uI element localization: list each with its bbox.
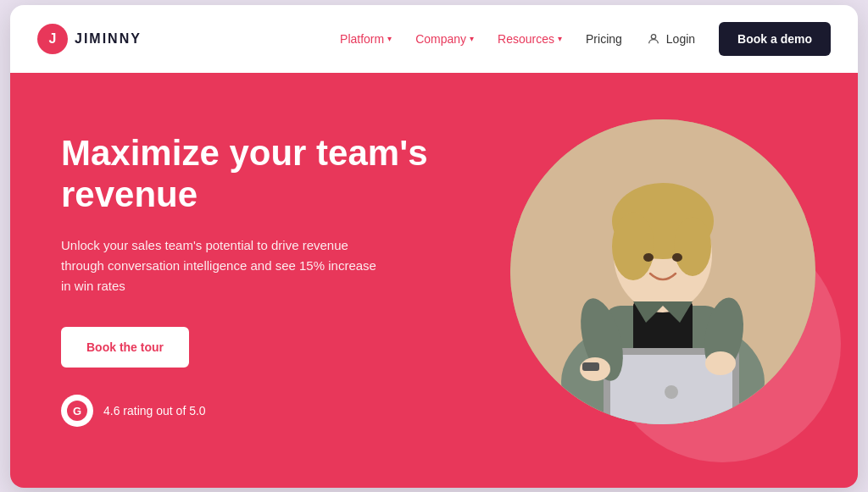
hero-rating: G 4.6 rating out of 5.0	[61, 395, 468, 427]
hero-image	[502, 119, 824, 441]
nav-item-pricing[interactable]: Pricing	[586, 32, 622, 46]
logo-icon: J	[37, 24, 68, 54]
navbar: J JIMINNY Platform ▾ Company ▾ Resources…	[10, 5, 858, 73]
chevron-down-icon: ▾	[558, 34, 562, 43]
logo[interactable]: J JIMINNY	[37, 24, 142, 54]
svg-point-9	[612, 213, 654, 280]
svg-rect-21	[582, 362, 599, 371]
user-icon	[646, 31, 661, 47]
hero-section: Maximize your team's revenue Unlock your…	[10, 73, 858, 488]
g2-logo: G	[61, 395, 93, 427]
svg-point-20	[705, 351, 736, 375]
chevron-down-icon: ▾	[387, 34, 392, 43]
svg-point-11	[643, 253, 654, 262]
rating-text: 4.6 rating out of 5.0	[103, 404, 206, 417]
book-tour-button[interactable]: Book the tour	[61, 327, 189, 368]
svg-point-12	[672, 253, 682, 262]
nav-item-platform[interactable]: Platform ▾	[340, 32, 392, 46]
svg-text:G: G	[73, 405, 81, 417]
nav-item-resources[interactable]: Resources ▾	[498, 32, 562, 46]
chevron-down-icon: ▾	[470, 34, 474, 43]
svg-point-16	[665, 385, 678, 399]
nav-login-button[interactable]: Login	[646, 31, 695, 47]
hero-content: Maximize your team's revenue Unlock your…	[61, 133, 468, 427]
svg-point-0	[651, 34, 655, 38]
page-wrapper: J JIMINNY Platform ▾ Company ▾ Resources…	[10, 5, 858, 488]
hero-person-circle	[510, 119, 815, 424]
svg-point-10	[674, 217, 711, 276]
nav-item-company[interactable]: Company ▾	[415, 32, 474, 46]
book-demo-button[interactable]: Book a demo	[719, 22, 831, 56]
hero-subtitle: Unlock your sales team's potential to dr…	[61, 235, 383, 296]
hero-title: Maximize your team's revenue	[61, 133, 468, 215]
nav-menu: Platform ▾ Company ▾ Resources ▾ Pricing	[340, 22, 831, 56]
logo-text: JIMINNY	[75, 31, 142, 47]
